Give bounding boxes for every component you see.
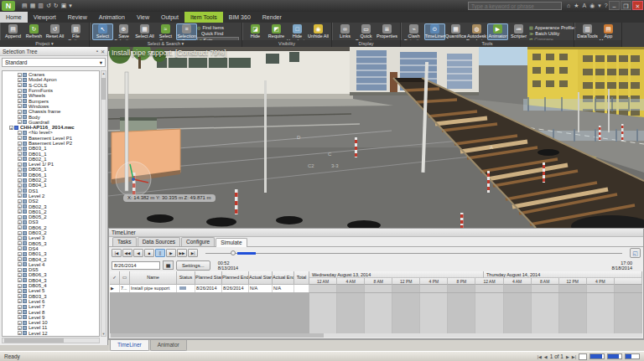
tree-vertical-scrollbar[interactable]: ▲ ▼ [101,70,106,337]
expand-icon[interactable]: + [18,168,22,172]
expand-icon[interactable]: + [18,215,22,219]
column-header[interactable]: Actual End [273,271,294,285]
expand-icon[interactable]: + [18,310,22,314]
timeliner-tab[interactable]: Simulate [216,238,247,247]
expand-icon[interactable]: + [18,305,22,309]
qat-icon[interactable]: ↻ [54,1,59,11]
expand-icon[interactable]: + [18,142,22,146]
task-row[interactable]: ▶ 7... Install pipe support 8/26/2014 8/… [110,285,309,292]
ribbon-tab[interactable]: BIM 360 [223,12,257,23]
expand-icon[interactable]: + [18,104,22,108]
qat-icon[interactable]: ↺ [46,1,51,11]
expand-icon[interactable]: + [18,152,22,156]
expand-icon[interactable]: + [18,326,22,330]
app-menu-button[interactable]: N [2,1,15,11]
expand-icon[interactable]: + [18,94,22,98]
column-header[interactable]: Planned Start [195,271,222,285]
calendar-icon[interactable]: ▦ [163,260,174,270]
playback-button[interactable]: ■ [144,249,154,257]
scroll-up-icon[interactable]: ▲ [101,71,106,75]
column-header[interactable]: Actual Start [249,271,273,285]
expand-icon[interactable]: + [18,157,22,161]
ribbon-button[interactable]: ▧ File Options [65,23,86,40]
ribbon-button[interactable]: ⌁ Clash Detective [403,23,424,40]
expand-icon[interactable]: + [18,273,22,277]
ribbon-button[interactable]: ▤ App Manager [598,23,619,40]
expand-icon[interactable]: + [18,231,22,235]
playback-button[interactable]: ◀◀ [122,249,132,257]
ribbon-stack-button[interactable]: ◎ Find Items [197,25,239,30]
ribbon-button[interactable]: □ Hide Unselected [287,23,308,40]
expand-icon[interactable]: + [18,257,22,261]
titlebar-icon[interactable]: ▾ [598,1,601,11]
expand-icon[interactable]: + [18,136,22,140]
ribbon-button[interactable]: ≔ Scripter [508,23,529,40]
expand-icon[interactable]: + [9,126,13,130]
ribbon-tab[interactable]: Output [155,12,184,23]
column-header[interactable]: Status [177,271,195,285]
expand-icon[interactable]: + [18,289,22,293]
ribbon-tab[interactable]: Render [257,12,288,23]
expand-icon[interactable]: + [18,246,22,250]
simulation-slider[interactable] [205,249,622,257]
ribbon-button[interactable]: ▤ Append [3,23,23,40]
titlebar-icon[interactable]: ◉ [589,1,595,11]
settings-button[interactable]: Settings... [176,260,210,271]
qat-icon[interactable]: ▥ [38,1,44,11]
ribbon-button[interactable]: ◉ Unhide All [308,23,329,40]
ribbon-button[interactable]: ▦ Select All [134,23,155,40]
ribbon-stack-button[interactable]: ▧ Appearance Profiler [529,25,571,30]
expand-icon[interactable]: + [18,284,22,288]
timeliner-tab[interactable]: Tasks [112,237,137,246]
timeliner-tab[interactable]: Data Sources [138,237,180,246]
expand-icon[interactable]: + [18,178,22,183]
window-button[interactable]: ❐ [621,1,631,10]
ribbon-tab[interactable]: Item Tools [184,12,223,23]
playback-button[interactable]: ▶| [188,249,198,257]
search-input[interactable] [468,2,562,10]
ribbon-button[interactable]: ◪ Hide [245,23,266,40]
ribbon-button[interactable]: ◩ Require [266,23,287,40]
ribbon-button[interactable]: ↺ Reset All [44,23,65,40]
timeliner-tab[interactable]: Configure [181,237,215,246]
titlebar-icon[interactable]: ★ [574,1,579,11]
ribbon-button[interactable]: ▦ Quantification [445,23,466,40]
expand-icon[interactable]: + [18,147,22,151]
ribbon-tab[interactable]: Review [62,12,93,23]
scrollbar-thumb[interactable] [111,333,324,338]
ribbon-group-label[interactable]: Select & Search ▾ [90,40,242,47]
expand-icon[interactable]: + [18,220,22,224]
playback-button[interactable]: ◀ [133,249,143,257]
ribbon-tab[interactable]: Home [0,12,28,23]
expand-icon[interactable]: + [18,183,22,188]
playback-button[interactable]: |◀ [112,249,122,257]
column-header[interactable]: Total [294,271,309,285]
ribbon-button[interactable]: ⊕ Save Selection [113,23,134,40]
playback-button[interactable]: || [155,249,165,257]
column-header[interactable]: Name [130,271,177,285]
slider-thumb[interactable] [231,250,236,255]
scroll-down-icon[interactable]: ▼ [101,332,106,336]
tree-item[interactable]: + Roof [3,336,99,337]
titlebar-icon[interactable]: ⌂ [567,1,570,11]
expand-icon[interactable]: + [18,278,22,282]
ribbon-button[interactable]: ▭ Quick Properties [356,23,377,40]
expand-icon[interactable]: + [18,331,22,335]
expand-icon[interactable]: + [18,193,22,198]
ribbon-button[interactable]: ≈ Select Same [155,23,176,40]
ribbon-stack-button[interactable]: ≫ Batch Utility [529,31,571,36]
expand-icon[interactable]: + [18,315,22,319]
expand-icon[interactable]: + [18,115,22,119]
expand-icon[interactable]: + [18,299,22,303]
next-sheet-icon[interactable]: ▶ [566,354,569,359]
3d-viewport[interactable]: D C C2 3-3 A Install pipe support. [Cons… [108,47,644,228]
ribbon-tab[interactable]: Animation [93,12,131,23]
qat-icon[interactable]: ▣ [61,1,67,11]
ribbon-button[interactable]: ↖ Select [92,23,113,40]
expand-icon[interactable]: + [18,262,22,266]
expand-icon[interactable]: + [18,78,22,82]
playback-button[interactable]: ▶▶ [177,249,187,257]
window-button[interactable]: ✕ [632,1,643,10]
sheet-browser-icon[interactable] [579,353,587,360]
ribbon-button[interactable]: ≣ Properties [377,23,397,40]
